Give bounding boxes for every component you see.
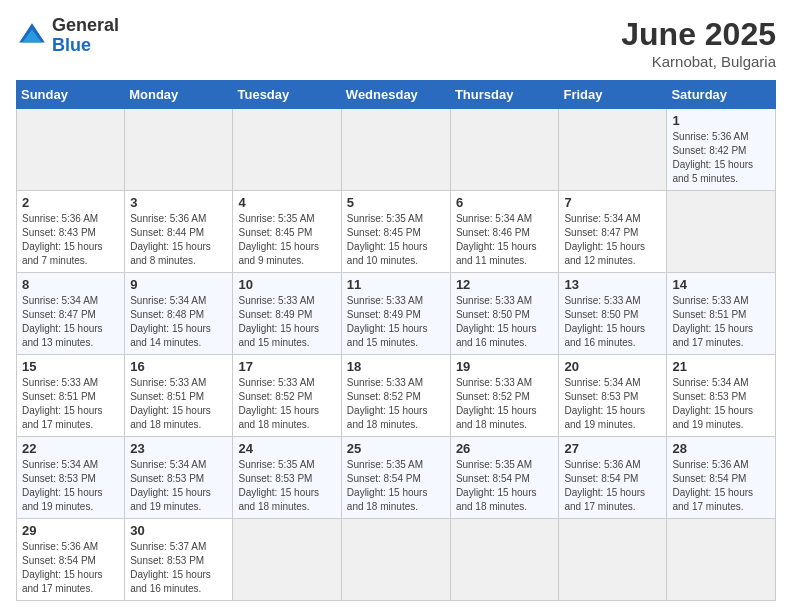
calendar-cell xyxy=(559,109,667,191)
day-number: 14 xyxy=(672,277,770,292)
calendar-cell: 5Sunrise: 5:35 AMSunset: 8:45 PMDaylight… xyxy=(341,191,450,273)
day-info: Sunrise: 5:34 AMSunset: 8:53 PMDaylight:… xyxy=(130,458,227,514)
day-number: 20 xyxy=(564,359,661,374)
week-row-1: 1Sunrise: 5:36 AMSunset: 8:42 PMDaylight… xyxy=(17,109,776,191)
day-info: Sunrise: 5:33 AMSunset: 8:50 PMDaylight:… xyxy=(564,294,661,350)
day-number: 28 xyxy=(672,441,770,456)
logo-icon xyxy=(16,20,48,52)
logo-text: General Blue xyxy=(52,16,119,56)
calendar-cell xyxy=(450,109,559,191)
day-number: 10 xyxy=(238,277,335,292)
header-day-tuesday: Tuesday xyxy=(233,81,341,109)
day-info: Sunrise: 5:34 AMSunset: 8:53 PMDaylight:… xyxy=(672,376,770,432)
day-info: Sunrise: 5:34 AMSunset: 8:53 PMDaylight:… xyxy=(564,376,661,432)
calendar-cell: 29Sunrise: 5:36 AMSunset: 8:54 PMDayligh… xyxy=(17,519,125,601)
calendar-cell xyxy=(341,109,450,191)
calendar-cell: 1Sunrise: 5:36 AMSunset: 8:42 PMDaylight… xyxy=(667,109,776,191)
day-info: Sunrise: 5:33 AMSunset: 8:52 PMDaylight:… xyxy=(238,376,335,432)
calendar-body: 1Sunrise: 5:36 AMSunset: 8:42 PMDaylight… xyxy=(17,109,776,601)
day-number: 30 xyxy=(130,523,227,538)
day-info: Sunrise: 5:36 AMSunset: 8:44 PMDaylight:… xyxy=(130,212,227,268)
calendar-cell xyxy=(667,191,776,273)
calendar-cell: 6Sunrise: 5:34 AMSunset: 8:46 PMDaylight… xyxy=(450,191,559,273)
calendar-cell xyxy=(17,109,125,191)
calendar-cell: 17Sunrise: 5:33 AMSunset: 8:52 PMDayligh… xyxy=(233,355,341,437)
day-info: Sunrise: 5:34 AMSunset: 8:46 PMDaylight:… xyxy=(456,212,554,268)
calendar-cell: 15Sunrise: 5:33 AMSunset: 8:51 PMDayligh… xyxy=(17,355,125,437)
day-number: 4 xyxy=(238,195,335,210)
page-header: General Blue June 2025 Karnobat, Bulgari… xyxy=(16,16,776,70)
month-title: June 2025 xyxy=(621,16,776,53)
day-info: Sunrise: 5:33 AMSunset: 8:49 PMDaylight:… xyxy=(347,294,445,350)
day-number: 6 xyxy=(456,195,554,210)
calendar-cell: 22Sunrise: 5:34 AMSunset: 8:53 PMDayligh… xyxy=(17,437,125,519)
calendar-cell: 21Sunrise: 5:34 AMSunset: 8:53 PMDayligh… xyxy=(667,355,776,437)
day-number: 15 xyxy=(22,359,119,374)
header-day-thursday: Thursday xyxy=(450,81,559,109)
calendar-cell: 2Sunrise: 5:36 AMSunset: 8:43 PMDaylight… xyxy=(17,191,125,273)
day-number: 1 xyxy=(672,113,770,128)
day-info: Sunrise: 5:34 AMSunset: 8:48 PMDaylight:… xyxy=(130,294,227,350)
day-number: 11 xyxy=(347,277,445,292)
day-info: Sunrise: 5:34 AMSunset: 8:47 PMDaylight:… xyxy=(22,294,119,350)
day-number: 3 xyxy=(130,195,227,210)
location: Karnobat, Bulgaria xyxy=(621,53,776,70)
day-number: 23 xyxy=(130,441,227,456)
day-info: Sunrise: 5:36 AMSunset: 8:54 PMDaylight:… xyxy=(22,540,119,596)
day-info: Sunrise: 5:37 AMSunset: 8:53 PMDaylight:… xyxy=(130,540,227,596)
logo: General Blue xyxy=(16,16,119,56)
calendar-cell xyxy=(667,519,776,601)
calendar-cell xyxy=(125,109,233,191)
week-row-4: 15Sunrise: 5:33 AMSunset: 8:51 PMDayligh… xyxy=(17,355,776,437)
day-number: 18 xyxy=(347,359,445,374)
calendar-cell: 4Sunrise: 5:35 AMSunset: 8:45 PMDaylight… xyxy=(233,191,341,273)
week-row-2: 2Sunrise: 5:36 AMSunset: 8:43 PMDaylight… xyxy=(17,191,776,273)
header-day-monday: Monday xyxy=(125,81,233,109)
calendar-cell: 8Sunrise: 5:34 AMSunset: 8:47 PMDaylight… xyxy=(17,273,125,355)
calendar-cell xyxy=(450,519,559,601)
day-info: Sunrise: 5:36 AMSunset: 8:54 PMDaylight:… xyxy=(672,458,770,514)
calendar-cell: 26Sunrise: 5:35 AMSunset: 8:54 PMDayligh… xyxy=(450,437,559,519)
calendar-cell: 24Sunrise: 5:35 AMSunset: 8:53 PMDayligh… xyxy=(233,437,341,519)
day-info: Sunrise: 5:35 AMSunset: 8:54 PMDaylight:… xyxy=(347,458,445,514)
calendar-cell xyxy=(233,519,341,601)
calendar-cell: 3Sunrise: 5:36 AMSunset: 8:44 PMDaylight… xyxy=(125,191,233,273)
day-info: Sunrise: 5:33 AMSunset: 8:51 PMDaylight:… xyxy=(672,294,770,350)
calendar-cell: 27Sunrise: 5:36 AMSunset: 8:54 PMDayligh… xyxy=(559,437,667,519)
day-number: 12 xyxy=(456,277,554,292)
day-number: 22 xyxy=(22,441,119,456)
day-number: 24 xyxy=(238,441,335,456)
day-number: 25 xyxy=(347,441,445,456)
day-info: Sunrise: 5:33 AMSunset: 8:50 PMDaylight:… xyxy=(456,294,554,350)
calendar-cell: 10Sunrise: 5:33 AMSunset: 8:49 PMDayligh… xyxy=(233,273,341,355)
header-day-friday: Friday xyxy=(559,81,667,109)
calendar-cell xyxy=(233,109,341,191)
day-number: 13 xyxy=(564,277,661,292)
day-number: 16 xyxy=(130,359,227,374)
day-number: 21 xyxy=(672,359,770,374)
day-number: 19 xyxy=(456,359,554,374)
day-info: Sunrise: 5:36 AMSunset: 8:54 PMDaylight:… xyxy=(564,458,661,514)
calendar-cell: 19Sunrise: 5:33 AMSunset: 8:52 PMDayligh… xyxy=(450,355,559,437)
calendar-cell xyxy=(341,519,450,601)
week-row-6: 29Sunrise: 5:36 AMSunset: 8:54 PMDayligh… xyxy=(17,519,776,601)
day-info: Sunrise: 5:33 AMSunset: 8:51 PMDaylight:… xyxy=(130,376,227,432)
calendar-cell: 13Sunrise: 5:33 AMSunset: 8:50 PMDayligh… xyxy=(559,273,667,355)
day-number: 9 xyxy=(130,277,227,292)
header-day-saturday: Saturday xyxy=(667,81,776,109)
logo-blue: Blue xyxy=(52,35,91,55)
day-number: 2 xyxy=(22,195,119,210)
calendar-cell: 30Sunrise: 5:37 AMSunset: 8:53 PMDayligh… xyxy=(125,519,233,601)
day-info: Sunrise: 5:36 AMSunset: 8:42 PMDaylight:… xyxy=(672,130,770,186)
calendar-cell xyxy=(559,519,667,601)
day-info: Sunrise: 5:35 AMSunset: 8:45 PMDaylight:… xyxy=(347,212,445,268)
day-info: Sunrise: 5:33 AMSunset: 8:49 PMDaylight:… xyxy=(238,294,335,350)
calendar-cell: 11Sunrise: 5:33 AMSunset: 8:49 PMDayligh… xyxy=(341,273,450,355)
calendar-cell: 25Sunrise: 5:35 AMSunset: 8:54 PMDayligh… xyxy=(341,437,450,519)
day-number: 8 xyxy=(22,277,119,292)
day-number: 5 xyxy=(347,195,445,210)
day-info: Sunrise: 5:35 AMSunset: 8:45 PMDaylight:… xyxy=(238,212,335,268)
header-day-sunday: Sunday xyxy=(17,81,125,109)
day-info: Sunrise: 5:36 AMSunset: 8:43 PMDaylight:… xyxy=(22,212,119,268)
day-number: 29 xyxy=(22,523,119,538)
